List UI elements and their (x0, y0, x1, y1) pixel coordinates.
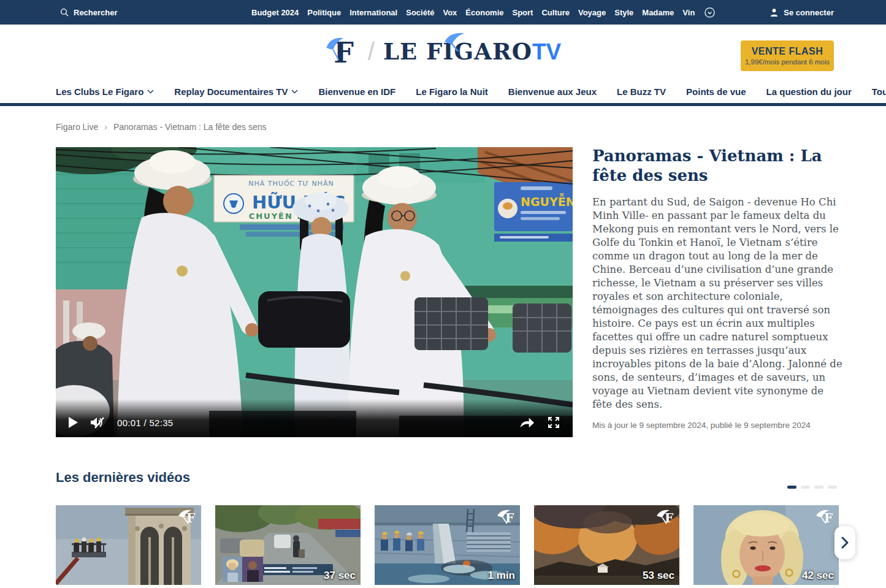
search-icon (60, 8, 69, 17)
muted-volume-icon (90, 416, 105, 429)
video-thumbnail-whaling-ship[interactable]: F 1 min (375, 505, 520, 585)
login-label: Se connecter (784, 8, 834, 17)
chevron-down-circle-icon (705, 7, 715, 18)
logo-tv: TV (532, 39, 561, 65)
pagination-dash-1[interactable] (787, 486, 796, 489)
menu-item-politique[interactable]: Politique (307, 8, 341, 17)
subnav-bienvenue-idf[interactable]: Bienvenue en IDF (318, 86, 395, 97)
sub-navigation: Les Clubs Le Figaro Replay Documentaires… (0, 80, 886, 106)
wire-basket-2 (513, 304, 571, 353)
wire-basket (414, 297, 488, 350)
shop-sign-text: NGUYỄN (521, 193, 573, 208)
player-controls: 00:01 / 52:35 (56, 399, 573, 437)
top-bar: Rechercher Budget 2024 Politique Interna… (0, 0, 886, 25)
article-description: En partant du Sud, de Saigon - devenue H… (592, 196, 845, 411)
subnav-clubs[interactable]: Les Clubs Le Figaro (56, 86, 154, 97)
article-dateline: Mis à jour le 9 septembre 2024, publié l… (592, 421, 845, 430)
video-thumbnail-wildfire[interactable]: F 53 sec (534, 505, 679, 585)
subnav-points-de-vue[interactable]: Points de vue (686, 86, 746, 97)
carousel-next-button[interactable] (834, 526, 855, 559)
site-logo[interactable]: F / LE FIGAROTV (325, 33, 561, 70)
search-label: Rechercher (74, 8, 118, 17)
video-duration: 37 sec (324, 570, 356, 582)
chevron-right-icon (841, 536, 849, 549)
logo-slash: / (368, 38, 375, 66)
vente-flash-title: VENTE FLASH (752, 46, 823, 57)
menu-item-voyage[interactable]: Voyage (578, 8, 606, 17)
subnav-buzz-tv[interactable]: Le Buzz TV (617, 86, 666, 97)
logo-wordmark: LE FIGAROTV (383, 38, 561, 65)
menu-item-style[interactable]: Style (614, 8, 633, 17)
video-duration: 53 sec (643, 570, 674, 582)
figaro-f-monogram: F (325, 33, 359, 70)
page-title: Panoramas - Vietnam : La fête des sens (592, 146, 845, 185)
subnav-tous-programmes[interactable]: Tous les programmes (872, 86, 886, 97)
user-icon (770, 8, 779, 17)
figaro-watermark-icon: F (497, 508, 516, 525)
pagination-dash-4[interactable] (828, 486, 837, 489)
vente-flash-subtitle: 1,99€/mois pendant 6 mois (745, 58, 830, 66)
subnav-replay-documentaires[interactable]: Replay Documentaires TV (174, 86, 298, 97)
video-frame-vietnam-street: NGUYỄN NHÀ THUỐC TƯ NHÂN HỮU ĐỨC CHUYÊN … (56, 147, 573, 437)
menu-item-madame[interactable]: Madame (642, 8, 674, 17)
feather-icon (443, 31, 470, 52)
menu-item-societe[interactable]: Société (406, 8, 434, 17)
svg-text:F: F (186, 511, 195, 525)
figaro-watermark-icon: F (815, 508, 835, 525)
fullscreen-icon (547, 416, 560, 429)
play-icon (68, 417, 78, 428)
subnav-bienvenue-jeux[interactable]: Bienvenue aux Jeux (508, 86, 597, 97)
figaro-watermark-icon: F (656, 508, 676, 525)
mute-button[interactable] (90, 416, 105, 429)
menu-item-vin[interactable]: Vin (682, 8, 695, 17)
chevron-down-icon (147, 90, 154, 94)
login-button[interactable]: Se connecter (770, 0, 834, 25)
share-button[interactable] (519, 416, 535, 429)
menu-item-culture[interactable]: Culture (541, 8, 570, 17)
play-button[interactable] (68, 417, 78, 428)
latest-videos-title: Les dernières vidéos (56, 470, 190, 486)
video-thumbnail-paris-street[interactable]: 37 sec (215, 505, 361, 585)
pagination-dash-2[interactable] (801, 486, 810, 489)
video-player[interactable]: NGUYỄN NHÀ THUỐC TƯ NHÂN HỮU ĐỨC CHUYÊN … (56, 147, 573, 437)
menu-item-international[interactable]: International (349, 8, 397, 17)
top-menu: Budget 2024 Politique International Soci… (251, 0, 715, 25)
chevron-down-icon (291, 90, 298, 94)
fullscreen-button[interactable] (547, 416, 560, 429)
svg-text:F: F (505, 511, 514, 525)
video-duration: 42 sec (802, 570, 834, 582)
time-display: 00:01 / 52:35 (117, 418, 173, 428)
menu-item-economie[interactable]: Économie (465, 8, 503, 17)
menu-item-budget[interactable]: Budget 2024 (251, 8, 299, 17)
svg-text:F: F (824, 511, 833, 525)
video-carousel: F (56, 505, 839, 585)
video-thumbnail-notre-dame[interactable]: F (56, 505, 201, 585)
video-thumbnail-woman-portrait[interactable]: F 42 sec (693, 505, 839, 585)
menu-item-sport[interactable]: Sport (512, 8, 533, 17)
breadcrumb-current: Panoramas - Vietnam : La fête des sens (113, 122, 267, 132)
menu-item-vox[interactable]: Vox (443, 8, 457, 17)
subnav-figaro-la-nuit[interactable]: Le Figaro la Nuit (416, 86, 488, 97)
site-header: F / LE FIGAROTV VENTE FLASH 1,99€/mois p… (0, 25, 886, 80)
breadcrumb-figaro-live[interactable]: Figaro Live (56, 122, 98, 132)
share-arrow-icon (519, 416, 535, 429)
vente-flash-button[interactable]: VENTE FLASH 1,99€/mois pendant 6 mois (741, 40, 834, 71)
svg-text:NHÀ THUỐC TƯ NHÂN: NHÀ THUỐC TƯ NHÂN (248, 179, 334, 188)
carousel-pagination (787, 486, 837, 489)
search-button[interactable]: Rechercher (60, 0, 118, 25)
breadcrumb-separator: › (104, 122, 107, 132)
figaro-watermark-icon: F (178, 508, 197, 525)
article-panel: Panoramas - Vietnam : La fête des sens E… (592, 146, 845, 430)
svg-text:F: F (665, 511, 673, 525)
subnav-question-du-jour[interactable]: La question du jour (766, 86, 852, 97)
breadcrumb: Figaro Live › Panoramas - Vietnam : La f… (56, 122, 266, 132)
pagination-dash-3[interactable] (814, 486, 823, 489)
video-duration: 1 min (488, 570, 515, 582)
menu-more-button[interactable] (705, 7, 715, 18)
